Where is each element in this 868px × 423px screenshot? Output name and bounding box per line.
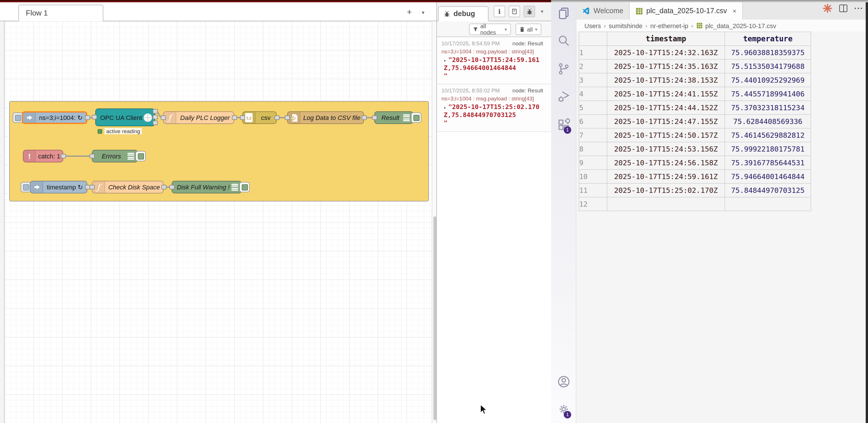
node-port[interactable] xyxy=(152,115,158,119)
timestamp-cell[interactable]: 2025-10-17T15:24:59.161Z xyxy=(607,170,725,183)
debug-toggle-button[interactable] xyxy=(411,112,422,123)
timestamp-cell[interactable]: 2025-10-17T15:24:50.157Z xyxy=(607,128,725,142)
node-file-write[interactable]: Log Data to CSV file xyxy=(287,111,364,124)
explorer-icon[interactable] xyxy=(557,7,570,20)
temperature-cell[interactable]: 75.94664001464844 xyxy=(725,170,811,183)
node-port[interactable] xyxy=(61,154,66,158)
temperature-cell[interactable]: 75.39167785644531 xyxy=(725,156,811,170)
timestamp-cell[interactable]: 2025-10-17T15:25:02.170Z xyxy=(607,183,725,197)
node-port[interactable] xyxy=(89,185,94,189)
node-port[interactable] xyxy=(240,116,245,120)
temperature-cell[interactable] xyxy=(725,197,811,211)
node-port[interactable] xyxy=(160,116,166,120)
expand-caret-icon[interactable]: ▸ xyxy=(444,58,446,63)
debug-messages-button[interactable] xyxy=(524,6,535,17)
sidebar-menu-caret[interactable]: ▾ xyxy=(541,9,544,14)
temperature-cell[interactable]: 75.6284408569336 xyxy=(725,115,811,128)
table-row[interactable]: 72025-10-17T15:24:50.157Z75.461456298828… xyxy=(579,128,811,142)
node-port[interactable] xyxy=(161,185,166,189)
timestamp-cell[interactable]: 2025-10-17T15:24:47.155Z xyxy=(607,115,725,128)
timestamp-cell[interactable]: 2025-10-17T15:24:53.156Z xyxy=(607,142,725,156)
debug-payload[interactable]: ▸"2025-10-17T15:24:59.161Z,75.9466400146… xyxy=(441,56,547,80)
account-icon[interactable] xyxy=(557,376,570,388)
node-port[interactable] xyxy=(372,116,377,120)
table-row[interactable]: 52025-10-17T15:24:44.152Z75.370323181152… xyxy=(579,101,811,115)
tab-csv-file[interactable]: plc_data_2025-10-17.csv × xyxy=(630,2,743,20)
node-port[interactable] xyxy=(92,115,97,119)
table-row[interactable]: 62025-10-17T15:24:47.155Z75.628440856933… xyxy=(579,115,811,128)
temperature-cell[interactable]: 75.44010925292969 xyxy=(725,73,811,87)
node-inject-timestamp[interactable]: timestamp ↻ xyxy=(30,181,87,193)
timestamp-cell[interactable]: 2025-10-17T15:24:44.152Z xyxy=(607,101,725,115)
debug-payload[interactable]: ▸"2025-10-17T15:25:02.170Z,75.8484497070… xyxy=(441,104,547,127)
node-port[interactable] xyxy=(152,109,158,113)
timestamp-cell[interactable]: 2025-10-17T15:24:32.163Z xyxy=(607,45,725,59)
clear-messages-button[interactable]: all ▾ xyxy=(516,24,541,35)
node-function-check-disk-space[interactable]: ƒ Check Disk Space xyxy=(92,181,164,193)
scrollbar-thumb[interactable] xyxy=(433,216,436,420)
node-csv-parser[interactable]: 1,2 csv xyxy=(242,111,277,124)
add-flow-button[interactable]: + xyxy=(404,7,414,17)
table-row[interactable]: 112025-10-17T15:25:02.170Z75.84844970703… xyxy=(579,183,811,197)
node-port[interactable] xyxy=(231,116,237,120)
temperature-cell[interactable]: 75.37032318115234 xyxy=(725,101,811,115)
source-control-icon[interactable] xyxy=(557,63,570,75)
breadcrumb-item[interactable]: Users xyxy=(584,22,601,29)
timestamp-cell[interactable]: 2025-10-17T15:24:41.155Z xyxy=(607,87,725,101)
node-port[interactable] xyxy=(169,185,174,189)
breadcrumb-item[interactable]: nr-ethernet-ip xyxy=(650,22,688,29)
starburst-extension-icon[interactable] xyxy=(823,3,832,13)
tab-debug[interactable]: debug xyxy=(438,6,489,21)
context-data-button[interactable] xyxy=(508,6,520,17)
tab-flow-1[interactable]: Flow 1 xyxy=(19,5,103,21)
close-tab-icon[interactable]: × xyxy=(733,7,737,14)
node-debug-errors[interactable]: Errrors xyxy=(92,150,138,162)
node-port[interactable] xyxy=(284,116,290,120)
node-debug-result[interactable]: Result xyxy=(374,111,413,124)
timestamp-cell[interactable] xyxy=(607,197,725,211)
temperature-cell[interactable]: 75.44557189941406 xyxy=(725,87,811,101)
temperature-cell[interactable]: 75.51535034179688 xyxy=(725,59,811,73)
node-function-daily-plc-logger[interactable]: ƒ Daily PLC Logger xyxy=(163,111,234,124)
tab-welcome[interactable]: Welcome xyxy=(577,2,630,20)
node-help-button[interactable]: i xyxy=(494,6,505,17)
flow-list-caret-button[interactable]: ▾ xyxy=(418,7,428,17)
table-row[interactable]: 12 xyxy=(579,197,811,211)
search-icon[interactable] xyxy=(557,34,570,47)
node-port[interactable] xyxy=(85,185,90,189)
debug-message[interactable]: 10/17/2025, 8:54:59 PMnode: Resultns=3;i… xyxy=(437,37,551,85)
table-row[interactable]: 42025-10-17T15:24:41.155Z75.445571899414… xyxy=(579,87,811,101)
node-port[interactable] xyxy=(361,116,367,120)
node-port[interactable] xyxy=(274,116,279,120)
more-actions-icon[interactable]: ··· xyxy=(854,4,863,12)
flow-canvas[interactable]: ns=3;i=1004: ↻ OPC UA Client active read… xyxy=(5,21,432,423)
filter-nodes-button[interactable]: all nodes ▾ xyxy=(469,24,511,35)
table-row[interactable]: 32025-10-17T15:24:38.153Z75.440109252929… xyxy=(579,73,811,87)
temperature-cell[interactable]: 75.99922180175781 xyxy=(725,142,811,156)
expand-caret-icon[interactable]: ▸ xyxy=(444,105,446,110)
debug-message[interactable]: 10/17/2025, 8:55:02 PMnode: Resultns=3;i… xyxy=(437,85,551,132)
node-catch[interactable]: ! catch: 1 xyxy=(23,150,63,162)
run-debug-icon[interactable] xyxy=(557,90,570,103)
table-row[interactable]: 82025-10-17T15:24:53.156Z75.999221801757… xyxy=(579,142,811,156)
node-opcua-client[interactable]: OPC UA Client xyxy=(95,108,155,126)
node-port[interactable] xyxy=(85,116,90,120)
breadcrumb-item[interactable]: sumitshinde xyxy=(609,22,642,29)
timestamp-cell[interactable]: 2025-10-17T15:24:56.158Z xyxy=(607,156,725,170)
table-row[interactable]: 12025-10-17T15:24:32.163Z75.960388183593… xyxy=(579,45,811,59)
split-editor-icon[interactable] xyxy=(839,5,847,12)
node-debug-disk-full-warning[interactable]: Disk Full Warning ! xyxy=(172,181,242,193)
timestamp-cell[interactable]: 2025-10-17T15:24:35.163Z xyxy=(607,59,725,73)
temperature-cell[interactable]: 75.96038818359375 xyxy=(725,45,811,59)
table-row[interactable]: 22025-10-17T15:24:35.163Z75.515350341796… xyxy=(579,59,811,73)
debug-toggle-button[interactable] xyxy=(239,182,250,192)
temperature-cell[interactable]: 75.84844970703125 xyxy=(725,183,811,197)
debug-toggle-button[interactable] xyxy=(135,151,146,161)
canvas-scrollbar[interactable] xyxy=(432,21,436,423)
inject-button[interactable] xyxy=(12,112,23,123)
node-port[interactable] xyxy=(89,154,94,158)
temperature-cell[interactable]: 75.46145629882812 xyxy=(725,128,811,142)
inject-button[interactable] xyxy=(21,182,31,192)
breadcrumb[interactable]: Users›sumitshinde›nr-ethernet-ip›plc_dat… xyxy=(577,20,868,32)
table-row[interactable]: 92025-10-17T15:24:56.158Z75.391677856445… xyxy=(579,156,811,170)
